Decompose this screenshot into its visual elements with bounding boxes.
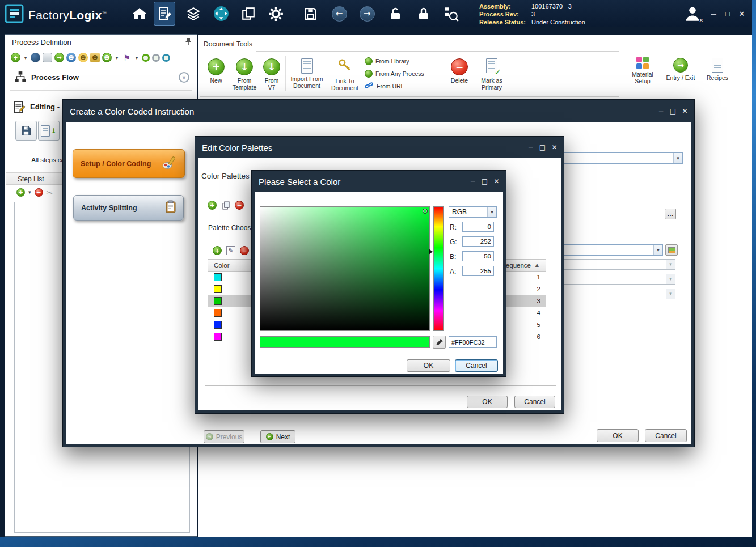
- ok-button[interactable]: OK: [467, 396, 508, 408]
- export-icon[interactable]: →: [54, 53, 64, 62]
- cancel-button[interactable]: Cancel: [645, 429, 687, 442]
- close-icon[interactable]: ✕: [548, 144, 560, 151]
- blue-channel-input[interactable]: 50: [462, 251, 494, 261]
- unlock-button[interactable]: [385, 3, 406, 24]
- cancel-button[interactable]: Cancel: [514, 396, 555, 408]
- color-mode-combobox[interactable]: RGB ▾: [449, 206, 497, 218]
- link-to-document-button[interactable]: Link ToDocument: [328, 58, 361, 91]
- minimize-icon[interactable]: ─: [655, 108, 667, 115]
- maximize-icon[interactable]: □: [667, 108, 679, 115]
- next-button[interactable]: ► Next: [260, 430, 295, 443]
- hue-slider-marker[interactable]: [429, 249, 433, 255]
- new-document-button[interactable]: + New: [205, 58, 227, 84]
- from-v7-button[interactable]: ↓ FromV7: [260, 58, 283, 91]
- app-close-button[interactable]: ✕: [735, 0, 749, 27]
- maximize-icon[interactable]: □: [479, 178, 491, 185]
- user-icon[interactable]: ☻: [78, 53, 88, 62]
- status-green-icon[interactable]: [142, 54, 150, 62]
- add-step-caret-icon[interactable]: ▾: [28, 190, 31, 195]
- process-definition-button[interactable]: [154, 2, 175, 26]
- delete-document-button[interactable]: − Delete: [446, 58, 472, 84]
- delete-palette-icon[interactable]: −: [235, 201, 244, 210]
- close-icon[interactable]: ✕: [679, 108, 691, 115]
- remove-color-icon[interactable]: −: [240, 246, 249, 255]
- from-url-button[interactable]: From URL: [365, 80, 424, 92]
- remove-step-icon[interactable]: −: [35, 188, 43, 197]
- entry-exit-button[interactable]: → Entry / Exit: [662, 58, 699, 81]
- mark-as-primary-button[interactable]: ✓ Mark asPrimary: [476, 58, 508, 91]
- flag-icon[interactable]: ⚑: [122, 53, 132, 62]
- app-maximize-button[interactable]: □: [721, 0, 734, 27]
- previous-button[interactable]: ◄ Previous: [204, 430, 244, 443]
- setup-color-coding-nav-button[interactable]: Setup / Color Coding: [73, 149, 185, 178]
- pin-icon[interactable]: [184, 37, 192, 48]
- collapse-section-icon[interactable]: ∨: [179, 72, 189, 83]
- home-button[interactable]: [129, 3, 150, 24]
- forward-button[interactable]: →: [356, 3, 378, 24]
- settings-gear-button[interactable]: [265, 3, 286, 24]
- color-column-header[interactable]: Color: [214, 262, 229, 269]
- sv-selector-ring[interactable]: [423, 209, 428, 214]
- dialog-title: Edit Color Palettes: [202, 143, 272, 152]
- add-palette-icon[interactable]: +: [208, 201, 217, 210]
- edit-color-icon[interactable]: ✎: [226, 246, 235, 255]
- from-template-button[interactable]: ↓ FromTemplate: [230, 58, 259, 91]
- hex-value-input[interactable]: #FF00FC32: [449, 336, 497, 348]
- copy-palette-icon[interactable]: [221, 201, 230, 210]
- image-button[interactable]: [665, 244, 678, 256]
- dialog-titlebar[interactable]: Create a Color Coded Instruction: [63, 100, 694, 122]
- lock-button[interactable]: [413, 3, 434, 24]
- tab-document-tools[interactable]: Document Tools: [200, 36, 256, 52]
- process-search-button[interactable]: [440, 3, 462, 24]
- ok-button[interactable]: OK: [407, 359, 450, 372]
- app-minimize-button[interactable]: ─: [707, 0, 720, 27]
- import-template-button[interactable]: ↓: [38, 121, 60, 141]
- eyedropper-button[interactable]: [433, 336, 446, 349]
- import-from-document-button[interactable]: Import FromDocument: [289, 58, 325, 89]
- palette-chooser-label: Palette Chooser: [208, 224, 257, 232]
- users-icon[interactable]: ☻: [102, 53, 112, 62]
- ok-button[interactable]: OK: [597, 429, 639, 442]
- activity-splitting-nav-button[interactable]: Activity Splitting: [73, 195, 184, 221]
- from-library-button[interactable]: From Library: [365, 55, 424, 67]
- documents-button[interactable]: [238, 3, 259, 24]
- alpha-channel-input[interactable]: 255: [462, 266, 494, 276]
- save-process-button[interactable]: [15, 121, 37, 141]
- save-button[interactable]: [299, 3, 321, 24]
- sync-button[interactable]: [210, 3, 232, 24]
- maximize-icon[interactable]: □: [537, 144, 548, 151]
- close-icon[interactable]: ✕: [491, 178, 502, 185]
- dropdown-caret-icon[interactable]: ▾: [23, 53, 28, 62]
- brow-button[interactable]: …: [665, 209, 676, 219]
- minimize-icon[interactable]: ─: [525, 144, 537, 151]
- print-icon[interactable]: [43, 53, 52, 62]
- status-gray-icon[interactable]: [152, 54, 160, 62]
- hue-slider[interactable]: [433, 206, 444, 331]
- globe-icon[interactable]: [31, 53, 40, 62]
- recipes-button[interactable]: Recipes: [703, 58, 732, 81]
- add-step-icon[interactable]: +: [16, 188, 25, 197]
- back-button[interactable]: ←: [328, 3, 350, 24]
- all-steps-checkbox[interactable]: [19, 156, 26, 163]
- from-any-process-button[interactable]: From Any Process: [365, 67, 424, 80]
- dialog-title: Create a Color Coded Instruction: [70, 107, 194, 116]
- user-logout-button[interactable]: ✕: [682, 3, 703, 24]
- find-user-icon[interactable]: ☻: [66, 53, 76, 62]
- dropdown-caret-icon[interactable]: ▾: [134, 53, 140, 62]
- layers-button[interactable]: [183, 3, 204, 24]
- dropdown-caret-icon[interactable]: ▾: [114, 53, 120, 62]
- add-color-icon[interactable]: +: [213, 246, 222, 255]
- green-channel-label: G:: [450, 238, 457, 246]
- dialog-titlebar[interactable]: Edit Color Palettes: [195, 137, 564, 158]
- key-icon[interactable]: ☻: [90, 53, 100, 62]
- red-channel-label: R:: [450, 223, 457, 231]
- cancel-button[interactable]: Cancel: [455, 359, 498, 372]
- material-setup-button[interactable]: MaterialSetup: [626, 57, 659, 84]
- green-channel-input[interactable]: 252: [462, 236, 494, 247]
- saturation-value-picker[interactable]: [260, 206, 430, 331]
- status-blue-icon[interactable]: [162, 54, 170, 62]
- red-channel-input[interactable]: 0: [462, 222, 494, 232]
- minimize-icon[interactable]: ─: [467, 178, 479, 185]
- cut-step-icon[interactable]: ✂: [47, 189, 53, 197]
- add-icon[interactable]: +: [11, 53, 20, 62]
